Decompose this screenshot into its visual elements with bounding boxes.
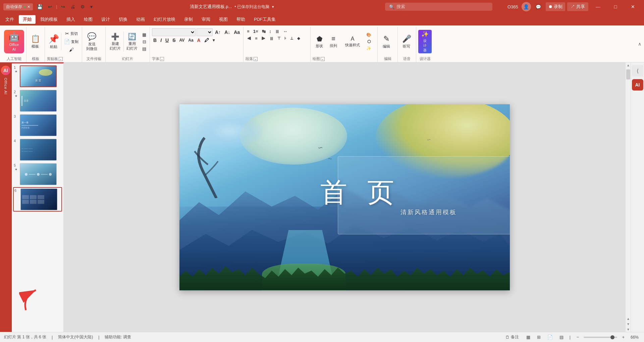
line-spacing-btn[interactable]: ↕ [268,28,273,35]
menu-transitions[interactable]: 切换 [115,15,131,24]
arrange-button[interactable]: ≡ 排列 [327,34,340,50]
effects-btn[interactable]: ✨ [365,45,373,51]
menu-animations[interactable]: 动画 [132,15,149,24]
slide-item-3[interactable]: 3 第一章 内容标题 [13,114,62,137]
menu-record[interactable]: 录制 [180,15,197,24]
strikethrough-btn[interactable]: S [171,37,177,44]
new-slide-button[interactable]: ➕ 新建幻灯片 [108,31,123,52]
auto-save-close[interactable]: ✕ [27,5,30,9]
print-button[interactable]: 🖨 [69,3,76,10]
dictate-button[interactable]: 🎤 听写 [400,33,413,50]
nav-left-btn[interactable]: ⟨ [632,65,643,76]
clipboard-expand[interactable]: ⌄ [59,57,63,61]
numbered-list-btn[interactable]: 1≡ [252,28,260,35]
undo-button[interactable]: ↩ [47,3,53,10]
text-direction-btn[interactable]: ↔ [282,28,289,35]
slide-item-1[interactable]: 1 ★ 首 页 [13,65,62,88]
quick-styles-button[interactable]: A 快速样式 [341,35,364,49]
slide-item-4[interactable]: 4 — —— —— — —— —— [13,138,62,161]
cut-button[interactable]: ✂ 剪切 [63,30,80,37]
slide-item-2[interactable]: 2 ★ 目录 [13,89,62,112]
scroll-up-btn[interactable]: ▲ [626,62,631,68]
slide-item-6[interactable]: 6 [13,187,62,212]
record-btn[interactable]: ⏺ 录制 [546,2,566,11]
share-btn[interactable]: ↗ 共享 [567,2,588,11]
zoom-slider[interactable] [584,337,617,338]
template-button[interactable]: 📋 模板 [29,33,42,50]
text-highlight-btn[interactable]: 🖍 [203,37,210,44]
menu-help[interactable]: 帮助 [232,15,249,24]
para-expand[interactable]: ⌄ [254,57,258,61]
maximize-button[interactable]: □ [608,2,623,11]
qa-dropdown[interactable]: ▾ [89,3,94,10]
drawing-expand[interactable]: ⌄ [321,57,325,61]
office-ai-button[interactable]: 🤖 OfficeAI [4,30,24,53]
format-painter-button[interactable]: 🖌 [63,46,80,53]
bold-btn[interactable]: B [152,37,158,44]
zoom-level[interactable]: 66% [629,334,640,340]
bullet-list-btn[interactable]: ≡ [246,28,251,35]
scroll-thumb[interactable] [626,69,630,79]
ribbon-collapse-btn[interactable]: ∧ [638,41,641,47]
menu-pdf[interactable]: PDF工具集 [250,15,280,24]
send-wechat-button[interactable]: 💬 发送到微信 [84,31,99,53]
menu-view[interactable]: 视图 [215,15,232,24]
justify-btn[interactable]: ⫼ [268,35,275,42]
smart-art-btn[interactable]: ◈ [296,36,301,41]
align-right-btn[interactable]: ⫸ [260,35,267,42]
paste-button[interactable]: 📌 粘贴 [47,31,62,53]
view-notes-page-btn[interactable]: 📄 [545,334,555,340]
menu-review[interactable]: 审阅 [198,15,214,24]
menu-home[interactable]: 开始 [19,15,36,24]
slide-canvas[interactable]: 〜 〜 〜 〜 〜 首 页 清新风格通用模板 [179,104,510,290]
outline-btn[interactable]: ⬡ [365,39,373,45]
align-top-btn[interactable]: ⊤ [276,36,282,41]
search-bar[interactable]: 🔍 搜索 [385,3,492,11]
view-reading-btn[interactable]: ▤ [557,334,566,340]
reuse-slide-button[interactable]: 🔄 重用幻灯片 [124,31,140,52]
char-spacing-btn[interactable]: AV [178,37,186,43]
shapes-button[interactable]: ⬟ 形状 [313,34,326,50]
columns-btn[interactable]: ⫼ [274,28,281,35]
saved-dropdown[interactable]: ▾ [272,5,274,9]
view-normal-btn[interactable]: ▦ [524,334,532,340]
align-left-btn[interactable]: ⫷ [246,35,253,42]
case-btn[interactable]: Aa [187,37,195,43]
qa-more[interactable]: ⚙ [79,3,86,10]
menu-insert[interactable]: 插入 [62,15,79,24]
font-expand[interactable]: ⌄ [160,57,164,61]
scroll-step-down[interactable]: ▼ [626,321,631,327]
ai-panel-button[interactable]: AI [632,79,643,91]
font-size-select[interactable] [197,28,213,36]
copy-button[interactable]: 📄 复制 [63,38,80,45]
indent-btn[interactable]: ↹ [261,28,267,35]
menu-file[interactable]: 文件 [1,15,18,24]
italic-btn[interactable]: I [159,37,163,44]
menu-slideshow[interactable]: 幻灯片放映 [150,15,179,24]
ai-sidebar-icon[interactable]: AI [1,66,10,75]
fill-btn[interactable]: 🎨 [365,32,373,38]
menu-mytemplate[interactable]: 我的模板 [36,15,62,24]
minimize-button[interactable]: — [590,2,606,11]
menu-draw[interactable]: 绘图 [80,15,97,24]
slide-grid-btn[interactable]: ⊟ [141,39,148,45]
align-bottom-btn[interactable]: ⊥ [289,36,295,41]
view-sorter-btn[interactable]: ⊞ [535,334,543,340]
scroll-step-up[interactable]: ▲ [626,316,631,321]
designer-button[interactable]: ✨ 设计器 [418,30,432,53]
redo-button[interactable]: ↪ [60,3,66,10]
user-avatar[interactable]: 👤 [522,2,531,11]
align-middle-btn[interactable]: ⊦ [283,36,288,41]
font-dropdown-btn[interactable]: ▾ [211,37,216,43]
zoom-in-btn[interactable]: + [620,334,627,340]
slide-more-btn[interactable]: ▤ [141,46,148,52]
font-color-btn[interactable]: A [196,37,202,44]
notes-btn[interactable]: 🗒 备注 [503,334,522,341]
slide-item-5[interactable]: 5 ★ [13,163,62,186]
share-comment-btn[interactable]: 💬 [533,3,544,11]
zoom-out-btn[interactable]: − [575,334,581,340]
align-center-btn[interactable]: ≡ [254,35,259,42]
edit-button[interactable]: ✎ 编辑 [380,33,393,50]
slide-layout-btn[interactable]: ▦ [141,32,148,38]
font-family-select[interactable] [152,28,196,36]
